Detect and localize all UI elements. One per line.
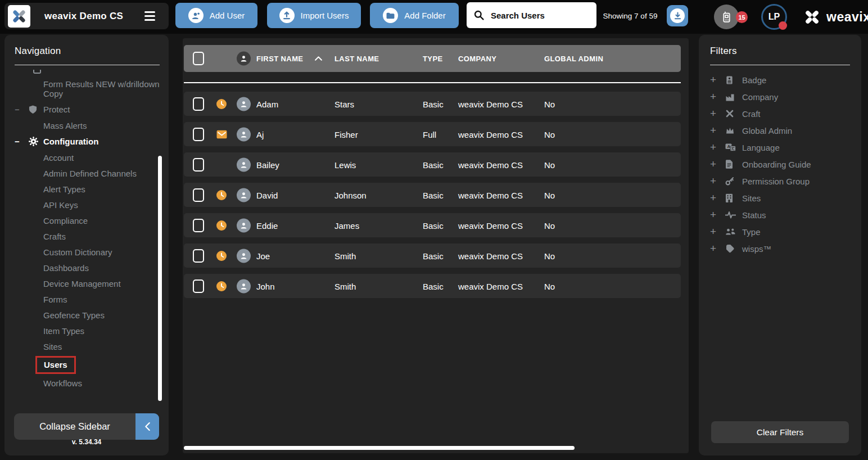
sidebar-item-api-keys[interactable]: API Keys [4, 197, 169, 213]
sidebar-item-geofence-types[interactable]: Geofence Types [4, 307, 169, 323]
sidebar-item-forms[interactable]: Forms [4, 291, 169, 307]
filter-item-wisps[interactable]: +wisps™ [699, 240, 861, 257]
filters-panel: Filters +Badge+Company+Craft+Global Admi… [699, 35, 861, 456]
row-checkbox[interactable] [193, 97, 204, 111]
badge-icon [725, 75, 742, 85]
column-header-global-admin[interactable]: GLOBAL ADMIN [544, 55, 603, 63]
table-row[interactable]: EddieJamesBasicweavix Demo CSNo [184, 213, 681, 237]
filter-item-badge[interactable]: +Badge [699, 71, 861, 88]
filter-item-language[interactable]: +ALanguage [699, 139, 861, 156]
hamburger-menu-icon[interactable] [144, 11, 155, 21]
plus-icon[interactable]: + [710, 91, 725, 103]
tools-icon [725, 109, 742, 118]
table-row[interactable]: JohnSmithBasicweavix Demo CSNo [184, 274, 681, 298]
cell-company: weavix Demo CS [458, 281, 523, 291]
plus-icon[interactable]: + [710, 107, 725, 120]
filter-item-status[interactable]: +Status [699, 206, 861, 223]
sidebar-section-protect[interactable]: −Protect [4, 101, 169, 118]
walkie-talkie-button[interactable]: 15 [714, 4, 739, 29]
horizontal-scrollbar[interactable] [184, 446, 575, 450]
factory-icon [725, 93, 742, 101]
column-header-first-name[interactable]: FIRST NAME [256, 55, 303, 63]
collapse-minus-icon[interactable]: − [15, 105, 29, 114]
sidebar-item-label: Admin Defined Channels [43, 169, 137, 178]
sidebar-item-label: Account [43, 153, 74, 163]
plus-icon[interactable]: + [710, 141, 725, 154]
sidebar-item-sites[interactable]: Sites [4, 339, 169, 354]
nav-list: Form Results NEW w/drilldown Copy−Protec… [4, 70, 169, 391]
clear-filters-button[interactable]: Clear Filters [711, 421, 849, 443]
sidebar-item-label: Users [35, 356, 76, 374]
sidebar-item-item-types[interactable]: Item Types [4, 323, 169, 339]
import-users-button[interactable]: Import Users [267, 3, 361, 28]
sidebar-item-crafts[interactable]: Crafts [4, 228, 169, 244]
filter-item-permission-group[interactable]: +Permission Group [699, 173, 861, 190]
sidebar-scrollbar[interactable] [158, 156, 162, 401]
plus-icon[interactable]: + [710, 74, 725, 86]
cell-last-name: Stars [334, 99, 354, 109]
search-input[interactable] [490, 10, 589, 21]
plus-icon[interactable]: + [710, 158, 725, 170]
sidebar-item-dashboards[interactable]: Dashboards [4, 260, 169, 276]
filter-item-sites[interactable]: +Sites [699, 190, 861, 206]
plus-icon[interactable]: + [710, 192, 725, 204]
sidebar-item-mass-alerts[interactable]: Mass Alerts [4, 118, 169, 133]
upload-icon [279, 8, 295, 23]
row-checkbox[interactable] [193, 128, 204, 141]
sidebar-item-label: Item Types [43, 326, 84, 336]
table-row[interactable]: JoeSmithBasicweavix Demo CSNo [184, 243, 681, 268]
row-checkbox[interactable] [193, 219, 204, 232]
add-folder-button[interactable]: Add Folder [370, 3, 459, 28]
sidebar-item-form-results-new-w-drilldown-copy[interactable]: Form Results NEW w/drilldown Copy [4, 79, 160, 101]
cell-first-name: John [256, 281, 275, 291]
sidebar-item-compliance[interactable]: Compliance [4, 213, 169, 228]
export-button[interactable] [667, 5, 688, 26]
collapse-minus-icon[interactable]: − [15, 137, 29, 146]
sidebar-item-users-selected[interactable]: Users [4, 354, 169, 375]
chevron-left-icon[interactable] [135, 413, 159, 440]
table-row[interactable]: AdamStarsBasicweavix Demo CSNo [184, 92, 681, 116]
plus-icon[interactable]: + [710, 175, 725, 187]
collapse-sidebar-button[interactable]: Collapse Sidebar [14, 413, 159, 440]
mail-icon [216, 130, 227, 138]
sidebar-item-workflows[interactable]: Workflows [4, 375, 169, 391]
tag-icon [725, 244, 742, 253]
table-row[interactable]: DavidJohnsonBasicweavix Demo CSNo [184, 183, 681, 207]
cell-global-admin: No [544, 129, 555, 139]
filter-label: Badge [742, 75, 766, 85]
select-all-checkbox[interactable] [193, 52, 204, 65]
clock-icon [216, 220, 227, 231]
row-checkbox[interactable] [193, 188, 204, 202]
filter-item-type[interactable]: +Type [699, 223, 861, 240]
column-header-last-name[interactable]: LAST NAME [334, 55, 379, 63]
cell-type: Basic [423, 99, 444, 109]
sort-ascending-icon[interactable] [315, 56, 322, 61]
plus-icon[interactable]: + [710, 209, 725, 221]
user-avatar[interactable]: LP [761, 4, 787, 30]
filter-item-global-admin[interactable]: +Global Admin [699, 122, 861, 139]
row-checkbox[interactable] [193, 279, 204, 293]
add-user-icon [188, 8, 204, 23]
row-checkbox[interactable] [193, 249, 204, 263]
add-user-button[interactable]: Add User [175, 3, 257, 28]
sidebar-item-alert-types[interactable]: Alert Types [4, 181, 169, 197]
plus-icon[interactable]: + [710, 242, 725, 255]
plus-icon[interactable]: + [710, 124, 725, 137]
column-header-type[interactable]: TYPE [423, 55, 443, 63]
plus-icon[interactable]: + [710, 226, 725, 238]
sidebar-item-account[interactable]: Account [4, 150, 169, 165]
sidebar-item-custom-dictionary[interactable]: Custom Dictionary [4, 244, 169, 260]
filter-item-craft[interactable]: +Craft [699, 105, 861, 122]
sidebar-section-configuration[interactable]: −Configuration [4, 133, 169, 150]
column-header-company[interactable]: COMPANY [458, 55, 496, 63]
filter-item-onboarding-guide[interactable]: +Onboarding Guide [699, 156, 861, 173]
filter-label: Language [742, 143, 780, 152]
row-checkbox[interactable] [193, 158, 204, 172]
table-row[interactable]: BaileyLewisBasicweavix Demo CSNo [184, 152, 681, 177]
table-row[interactable]: AjFisherFullweavix Demo CSNo [184, 122, 681, 146]
cell-global-admin: No [544, 281, 555, 291]
sidebar-item-admin-defined-channels[interactable]: Admin Defined Channels [4, 165, 169, 181]
filter-item-company[interactable]: +Company [699, 88, 861, 105]
sidebar-item-device-management[interactable]: Device Management [4, 276, 169, 291]
user-avatar-icon [237, 157, 251, 172]
